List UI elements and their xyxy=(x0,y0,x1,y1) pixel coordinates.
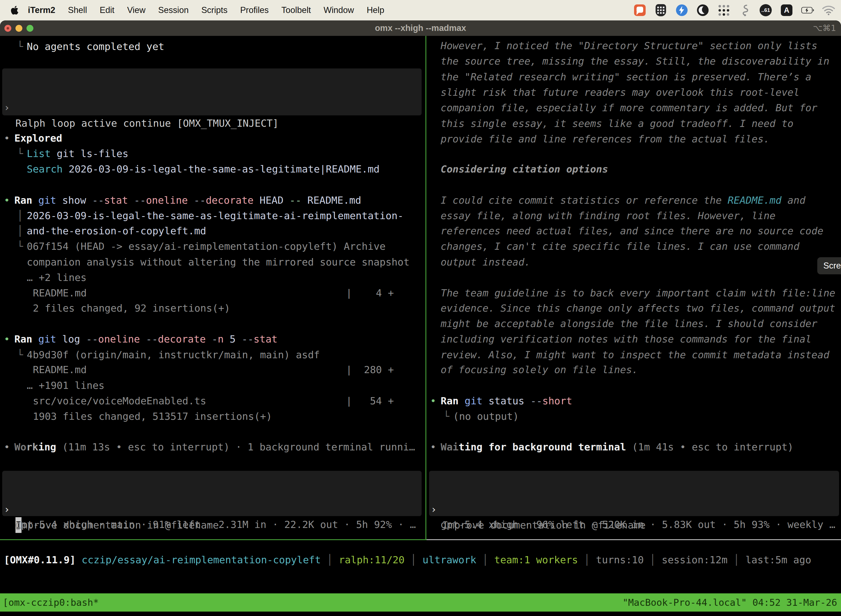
line-text: review. Also, I might want to inspect th… xyxy=(441,347,829,363)
tree-glyph: └ xyxy=(443,408,450,424)
wifi-icon[interactable] xyxy=(822,4,835,16)
line-text: the source tree, missing the essay. Stil… xyxy=(441,53,829,69)
terminal-line: changes, I can't cite specific file line… xyxy=(426,238,841,254)
badge-61-label: ..61 xyxy=(760,4,772,16)
line-text: Ran git log --oneline --decorate -n 5 --… xyxy=(14,331,278,347)
tree-glyph: └ xyxy=(17,347,23,363)
squiggle-icon[interactable] xyxy=(738,4,751,16)
terminal-line: The team guideline is to back every impo… xyxy=(426,285,841,301)
right-prompt-input[interactable]: › Improve documentation in @filename xyxy=(429,471,839,516)
menu-item-edit[interactable]: Edit xyxy=(93,5,120,15)
tree-glyph: │ xyxy=(17,223,23,239)
moon-app-icon[interactable] xyxy=(696,4,709,16)
tree-glyph: └ xyxy=(17,146,23,161)
line-text: evidence. Since this change only affects… xyxy=(441,300,835,316)
diffstat-value: | 4 + xyxy=(346,285,394,301)
iterm2-window: omx --xhigh --madmax ⌥⌘1 › Ralph loop ac… xyxy=(0,21,841,616)
terminal-line: •Ran git show --stat --oneline --decorat… xyxy=(0,192,425,208)
menu-status-icons: ..61 A xyxy=(633,4,841,16)
terminal-line: README.md| 4 + xyxy=(0,285,425,301)
terminal-line: output instead. xyxy=(426,254,841,270)
terminal-line: the "Related research writing" section i… xyxy=(426,69,841,85)
omx-status-segment: │ xyxy=(644,554,662,566)
menu-item-iterm2[interactable]: iTerm2 xyxy=(22,5,62,15)
omx-status-segment: session:12m xyxy=(662,554,727,566)
line-text: The team guideline is to back every impo… xyxy=(441,285,835,301)
terminal-line: the source tree, missing the essay. Stil… xyxy=(426,53,841,69)
omx-status-segment: last:5m ago xyxy=(746,554,811,566)
inject-text: Ralph loop active continue [OMX_TMUX_INJ… xyxy=(15,115,279,131)
tmux-session-label: [omx-cczip0:bash* xyxy=(3,593,99,612)
password-shield-icon[interactable] xyxy=(655,4,667,16)
line-text: Ran git show --stat --oneline --decorate… xyxy=(14,192,361,208)
line-text: essay file, along with finding root file… xyxy=(441,208,776,224)
line-text: references need actual files, and since … xyxy=(441,223,823,239)
a-app-icon[interactable]: A xyxy=(780,4,793,16)
line-text: src/voice/voiceModeEnabled.ts xyxy=(33,393,207,409)
omx-status-segment: │ xyxy=(404,554,422,566)
terminal-line: │2026-03-09-is-legal-the-same-as-legitim… xyxy=(0,208,425,224)
menu-item-view[interactable]: View xyxy=(121,5,152,15)
apple-menu-icon[interactable] xyxy=(10,5,19,15)
menu-item-help[interactable]: Help xyxy=(360,5,391,15)
line-text: the "Related research writing" section i… xyxy=(441,69,812,85)
tmux-right-pane[interactable]: However, I noticed the "Directory Struct… xyxy=(426,36,841,540)
terminal-line: •Working (11m 13s • esc to interrupt) · … xyxy=(0,439,425,455)
terminal-line: •Explored xyxy=(0,130,425,146)
terminal-line: 2 files changed, 92 insertions(+) xyxy=(0,300,425,316)
line-text: 067f154 (HEAD -> essay/ai-reimplementati… xyxy=(27,238,385,254)
line-text: 2026-03-09-is-legal-the-same-as-legitima… xyxy=(27,208,403,224)
right-session-status: gpt-5.4 xhigh · 96% left · 520K in · 5.8… xyxy=(441,517,835,532)
omx-status-segment: ralph:11/20 xyxy=(339,554,404,566)
tmux-host-clock: "MacBook-Pro-44.local" 04:52 31-Mar-26 xyxy=(623,593,837,612)
prompt-arrow-icon: › xyxy=(431,502,437,517)
terminal-line: However, I noticed the "Directory Struct… xyxy=(426,38,841,54)
window-title-bar[interactable]: omx --xhigh --madmax ⌥⌘1 xyxy=(0,21,841,36)
line-text: README.md xyxy=(33,285,86,301)
line-text: output instead. xyxy=(441,254,530,270)
line-text: slight risk that future readers may over… xyxy=(441,84,799,100)
tmux-status-bar: [omx-cczip0:bash* "MacBook-Pro-44.local"… xyxy=(0,593,841,612)
screen: iTerm2ShellEditViewSessionScriptsProfile… xyxy=(0,0,841,616)
macos-menu-bar: iTerm2ShellEditViewSessionScriptsProfile… xyxy=(0,0,841,21)
left-session-status: gpt-5.4 xhigh · main · 91% left · 2.31M … xyxy=(15,517,416,532)
tmux-left-pane[interactable]: › Ralph loop active continue [OMX_TMUX_I… xyxy=(0,36,425,540)
terminal-line: │and-the-erosion-of-copyleft.md xyxy=(0,223,425,239)
pane-divider[interactable] xyxy=(425,36,426,540)
terminal-line: └4b9d30f (origin/main, instructkr/main, … xyxy=(0,347,425,363)
line-text: Waiting for background terminal (1m 41s … xyxy=(441,439,794,455)
network-bolt-icon[interactable] xyxy=(675,4,688,16)
line-text: companion analysis without altering the … xyxy=(27,254,409,270)
terminal-line: •Waiting for background terminal (1m 41s… xyxy=(426,439,841,455)
messages-icon[interactable] xyxy=(633,4,646,16)
line-text: of focusing solely on file lines. xyxy=(441,362,638,378)
omx-status-line: [OMX#0.11.9] cczip/essay/ai-reimplementa… xyxy=(4,552,811,568)
terminal-line: Considering citation options xyxy=(426,161,841,177)
terminal-line: review. Also, I might want to inspect th… xyxy=(426,347,841,363)
battery-icon[interactable] xyxy=(801,4,814,16)
menu-item-profiles[interactable]: Profiles xyxy=(234,5,275,15)
line-text: No agents completed yet xyxy=(27,39,164,54)
inject-arrow-icon: › xyxy=(4,100,10,115)
line-text: might be acceptable alongside the file l… xyxy=(441,316,817,331)
dots-grid-icon[interactable] xyxy=(717,4,730,16)
badge-61-icon[interactable]: ..61 xyxy=(759,4,772,16)
menu-item-window[interactable]: Window xyxy=(317,5,360,15)
omx-status-segment: ultrawork xyxy=(422,554,476,566)
menu-item-scripts[interactable]: Scripts xyxy=(195,5,234,15)
line-text: including verification notes with those … xyxy=(441,331,812,347)
omx-status-segment: [OMX#0.11.9] xyxy=(4,554,82,566)
omx-status-segment: │ xyxy=(728,554,746,566)
terminal-line: of focusing solely on file lines. xyxy=(426,362,841,378)
terminal-line: this single essay, it seems like a good … xyxy=(426,116,841,131)
tree-glyph: └ xyxy=(17,238,23,254)
terminal-line: └067f154 (HEAD -> essay/ai-reimplementat… xyxy=(0,238,425,254)
bullet-icon: • xyxy=(4,192,10,208)
left-prompt-input[interactable]: › Improve documentation in @filename xyxy=(2,471,422,516)
menu-item-session[interactable]: Session xyxy=(152,5,195,15)
prompt-arrow-icon: › xyxy=(4,502,10,517)
menu-item-toolbelt[interactable]: Toolbelt xyxy=(275,5,317,15)
terminal-line: Search 2026-03-09-is-legal-the-same-as-l… xyxy=(0,161,425,177)
menu-item-shell[interactable]: Shell xyxy=(62,5,93,15)
terminal-line: •Ran git status --short xyxy=(426,393,841,409)
